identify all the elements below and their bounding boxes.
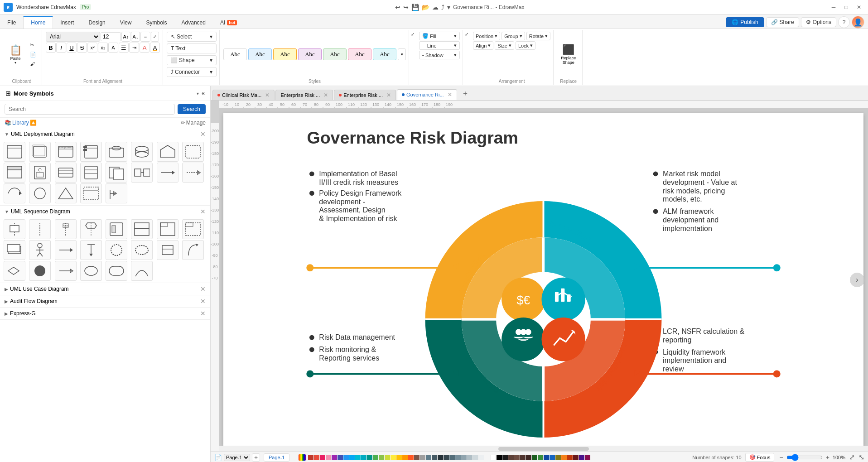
- color-swatch[interactable]: [550, 455, 555, 460]
- color-swatch[interactable]: [361, 455, 366, 460]
- rotate-btn[interactable]: Rotate ▾: [526, 32, 550, 40]
- uml-deployment-header[interactable]: ▼ UML Deployment Diagram ✕: [0, 128, 210, 140]
- symbol-item[interactable]: [4, 261, 25, 281]
- menu-design[interactable]: Design: [81, 17, 112, 29]
- symbol-item[interactable]: [55, 183, 77, 203]
- color-swatch[interactable]: [349, 455, 355, 460]
- menu-view[interactable]: View: [113, 17, 139, 29]
- audit-flow-header[interactable]: ▶ Audit Flow Diagram ✕: [0, 295, 210, 307]
- search-button[interactable]: Search: [178, 104, 206, 114]
- symbol-item[interactable]: [80, 163, 102, 183]
- symbol-item[interactable]: [182, 219, 204, 239]
- color-swatch[interactable]: [514, 455, 520, 460]
- symbol-item[interactable]: [4, 183, 25, 203]
- uml-sequence-header[interactable]: ▼ UML Sequence Diagram ✕: [0, 206, 210, 217]
- menu-advanced[interactable]: Advanced: [174, 17, 213, 29]
- enterprise2-close-btn[interactable]: ✕: [386, 92, 391, 98]
- color-swatch[interactable]: [526, 455, 531, 460]
- symbol-item[interactable]: [131, 261, 153, 281]
- symbol-item[interactable]: [157, 163, 178, 183]
- format-painter-btn[interactable]: 🖌: [27, 60, 39, 68]
- strikethrough-btn[interactable]: S: [77, 43, 87, 53]
- symbol-item[interactable]: [131, 219, 153, 239]
- symbol-item[interactable]: [106, 142, 127, 162]
- bold-btn[interactable]: B: [46, 43, 56, 53]
- color-swatch[interactable]: [414, 455, 420, 460]
- color-swatch[interactable]: [502, 455, 508, 460]
- symbol-item[interactable]: [182, 240, 204, 260]
- horizontal-scrollbar[interactable]: [219, 446, 868, 451]
- list-btn[interactable]: ☰: [119, 43, 129, 53]
- symbol-item[interactable]: [29, 219, 51, 239]
- redo-btn[interactable]: ↪: [403, 4, 409, 11]
- cloud-btn[interactable]: ☁: [432, 4, 439, 11]
- symbol-item[interactable]: [55, 261, 77, 281]
- copy-btn[interactable]: 📄: [27, 50, 39, 59]
- options-btn[interactable]: ⚙ Options: [801, 17, 836, 27]
- font-size-inc-btn[interactable]: A↑: [121, 32, 130, 42]
- symbol-item[interactable]: [80, 219, 102, 239]
- color-swatch[interactable]: [332, 455, 337, 460]
- color-swatch[interactable]: [432, 455, 437, 460]
- open-btn[interactable]: 📂: [422, 4, 429, 11]
- symbol-item[interactable]: [29, 240, 51, 260]
- symbol-item[interactable]: [4, 142, 25, 162]
- symbol-item[interactable]: [4, 219, 25, 239]
- replace-shape-btn[interactable]: ⬛ ReplaceShape: [557, 42, 579, 67]
- search-input[interactable]: [5, 104, 175, 115]
- align-btn[interactable]: Align ▾: [473, 41, 493, 50]
- color-swatch[interactable]: [367, 455, 372, 460]
- color-swatch[interactable]: [396, 455, 402, 460]
- symbol-item[interactable]: [131, 142, 153, 162]
- color-swatch[interactable]: [555, 455, 561, 460]
- sidebar-collapse-btn[interactable]: «: [202, 90, 205, 96]
- symbol-item[interactable]: [157, 142, 178, 162]
- style-box-5[interactable]: Abc: [323, 48, 347, 60]
- symbol-item[interactable]: [80, 183, 102, 203]
- font-size-input[interactable]: [101, 32, 121, 41]
- line-btn[interactable]: ─ Line ▾: [419, 41, 460, 50]
- add-page-btn[interactable]: +: [252, 453, 260, 462]
- cut-btn[interactable]: ✂: [27, 41, 39, 49]
- color-swatch[interactable]: [373, 455, 378, 460]
- color-swatch[interactable]: [343, 455, 349, 460]
- symbol-item[interactable]: [106, 183, 127, 203]
- color-swatch[interactable]: [438, 455, 443, 460]
- governance-close-btn[interactable]: ✕: [448, 91, 452, 98]
- symbol-item[interactable]: [55, 163, 77, 183]
- color-swatch[interactable]: [508, 455, 514, 460]
- underline-btn[interactable]: U: [67, 43, 77, 53]
- color-swatch[interactable]: [338, 455, 343, 460]
- zoom-in-btn[interactable]: +: [825, 453, 831, 462]
- italic-btn[interactable]: I: [56, 43, 66, 53]
- uml-sequence-close-btn[interactable]: ✕: [200, 208, 206, 215]
- close-btn[interactable]: ✕: [854, 2, 864, 13]
- style-box-4[interactable]: Abc: [298, 48, 322, 60]
- symbol-item[interactable]: [131, 163, 153, 183]
- uml-deployment-close-btn[interactable]: ✕: [200, 130, 206, 138]
- indent-btn[interactable]: ⇥: [129, 43, 139, 53]
- color-swatch[interactable]: [579, 455, 584, 460]
- color-swatch[interactable]: [449, 455, 455, 460]
- color-swatch[interactable]: [420, 455, 425, 460]
- menu-home[interactable]: Home: [23, 16, 53, 29]
- shadow-btn[interactable]: ▪ Shadow ▾: [419, 51, 460, 59]
- color-swatch[interactable]: [497, 455, 502, 460]
- subscript-btn[interactable]: x₂: [98, 43, 108, 53]
- symbol-item[interactable]: Actor: [55, 219, 77, 239]
- manage-link[interactable]: ✏ Manage: [181, 120, 206, 126]
- symbol-item[interactable]: [4, 240, 25, 260]
- color-swatch[interactable]: [461, 455, 467, 460]
- style-box-6[interactable]: Abc: [348, 48, 371, 60]
- color-swatch[interactable]: [485, 455, 490, 460]
- color-swatch[interactable]: [391, 455, 396, 460]
- color-swatch[interactable]: [408, 455, 414, 460]
- color-swatch[interactable]: [444, 455, 449, 460]
- color-swatch[interactable]: [402, 455, 408, 460]
- enterprise1-close-btn[interactable]: ✕: [323, 92, 328, 98]
- color-swatch[interactable]: [538, 455, 543, 460]
- color-swatch[interactable]: [585, 455, 590, 460]
- uml-usecase-header[interactable]: ▶ UML Use Case Diagram ✕: [0, 283, 210, 295]
- superscript-btn[interactable]: x²: [87, 43, 97, 53]
- symbol-item[interactable]: [157, 219, 178, 239]
